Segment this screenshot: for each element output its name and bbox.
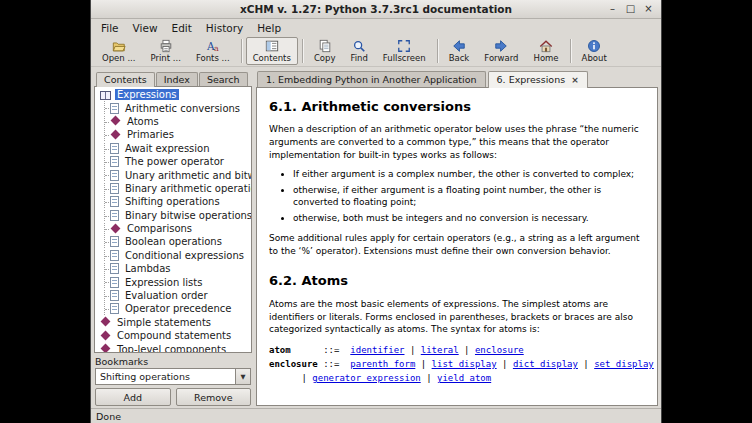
grammar-link[interactable]: list_display	[432, 359, 497, 369]
combobox-dropdown-button[interactable]: ▼	[235, 369, 250, 384]
tree-item[interactable]: Conditional expressions	[97, 249, 251, 262]
tree-item[interactable]: Boolean operations	[97, 235, 251, 248]
copy-button[interactable]: Copy	[307, 37, 343, 65]
tree-item[interactable]: Unary arithmetic and bitwise operations	[97, 168, 251, 181]
about-button[interactable]: About	[575, 37, 614, 65]
tree-item-icon	[110, 143, 119, 154]
close-button[interactable]: ×	[641, 2, 656, 16]
grammar-link[interactable]: dict_display	[513, 359, 578, 369]
tree-item[interactable]: Arithmetic conversions	[97, 101, 251, 114]
grammar-link[interactable]: yield_atom	[437, 373, 491, 383]
tree-item[interactable]: Await expression	[97, 142, 251, 155]
contents-toggle-button[interactable]: Contents	[246, 37, 298, 65]
tree-item[interactable]: Evaluation order	[97, 289, 251, 302]
tree-item[interactable]: Compound statements	[97, 329, 251, 342]
tree-item[interactable]: Shifting operations	[97, 195, 251, 208]
toolbar-separator	[437, 39, 438, 63]
bookmark-combobox[interactable]: Shifting operations ▼	[95, 368, 251, 385]
find-button[interactable]: Find	[343, 37, 374, 65]
menu-item[interactable]: History	[199, 21, 250, 35]
print-button[interactable]: Print ...	[144, 37, 188, 65]
maximize-button[interactable]: □	[623, 2, 638, 16]
tree-item[interactable]: Operator precedence	[97, 302, 251, 315]
tree-item[interactable]: Lambdas	[97, 262, 251, 275]
grammar-text: |	[421, 373, 437, 383]
back-button-label: Back	[449, 53, 470, 63]
tab-search[interactable]: Search	[199, 72, 248, 86]
section-heading-6-2: 6.2. Atoms	[269, 272, 647, 290]
tab-close-icon[interactable]: ×	[571, 75, 579, 85]
document-view: 6.1. Arithmetic conversions When a descr…	[256, 87, 658, 406]
copy-button-label: Copy	[314, 53, 336, 63]
conversion-rules-list: If either argument is a complex number, …	[269, 168, 647, 225]
grammar-text: |	[415, 359, 431, 369]
tab-expressions[interactable]: 6. Expressions ×	[488, 71, 588, 88]
fullscreen-button[interactable]: Fullscreen	[376, 37, 433, 65]
grammar-link[interactable]: set_display	[594, 359, 654, 369]
tab-label: 1. Embedding Python in Another Applicati…	[266, 74, 477, 85]
forward-arrow-icon	[494, 39, 508, 53]
menu-item[interactable]: Help	[250, 21, 288, 35]
svg-text:a: a	[214, 44, 219, 53]
tree-item-label: Simple statements	[115, 317, 213, 328]
tab-contents[interactable]: Contents	[96, 72, 155, 87]
tree-item-label: The power operator	[123, 156, 226, 167]
tree-item-label: Primaries	[125, 129, 176, 140]
grammar-block: atom ::= identifier | literal | enclosur…	[269, 344, 647, 386]
tree-item[interactable]: Atoms	[97, 115, 251, 128]
menu-item[interactable]: Edit	[165, 21, 199, 35]
tree-item-label: Boolean operations	[123, 236, 224, 247]
tree-item[interactable]: Expression lists	[97, 275, 251, 288]
tree-item-icon	[110, 303, 119, 314]
grammar-link[interactable]: identifier	[350, 345, 404, 355]
fullscreen-button-label: Fullscreen	[383, 53, 426, 63]
grammar-text: |	[497, 359, 513, 369]
sidebar: Contents Index Search Expressions Arithm…	[94, 69, 252, 406]
tree-item-icon	[110, 156, 119, 167]
paragraph-arithmetic-intro: When a description of an arithmetic oper…	[269, 123, 647, 161]
section-heading-6-1: 6.1. Arithmetic conversions	[269, 98, 647, 116]
grammar-link[interactable]: generator_expression	[312, 373, 420, 383]
tree-item[interactable]: Expressions	[97, 88, 251, 101]
paragraph-atoms-intro: Atoms are the most basic elements of exp…	[269, 298, 647, 336]
tree-item[interactable]: Comparisons	[97, 222, 251, 235]
grammar-link[interactable]: enclosure	[475, 345, 524, 355]
add-bookmark-button[interactable]: Add	[95, 388, 171, 406]
grammar-link[interactable]: parenth_form	[350, 359, 415, 369]
bookmark-combobox-value: Shifting operations	[96, 369, 235, 384]
tree-item-label: Operator precedence	[123, 303, 233, 314]
home-button[interactable]: Home	[526, 37, 565, 65]
tree-item-icon	[100, 344, 111, 353]
tab-embedding-python[interactable]: 1. Embedding Python in Another Applicati…	[257, 71, 486, 87]
tree-item[interactable]: Primaries	[97, 128, 251, 141]
tree-item-label: Shifting operations	[123, 196, 222, 207]
tree-item[interactable]: Binary arithmetic operations	[97, 182, 251, 195]
tree-item[interactable]: The power operator	[97, 155, 251, 168]
back-button[interactable]: Back	[442, 37, 477, 65]
window-controls: – □ ×	[605, 2, 661, 16]
grammar-line: | generator_expression | yield_atom	[269, 372, 647, 386]
tree-item[interactable]: Binary bitwise operations	[97, 209, 251, 222]
fonts-button[interactable]: Aa Fonts ...	[189, 37, 237, 65]
tree-item-icon	[110, 196, 119, 207]
menu-item[interactable]: View	[126, 21, 165, 35]
tree-item-label: Top-level components	[115, 344, 228, 353]
grammar-text: |	[459, 345, 475, 355]
remove-bookmark-button[interactable]: Remove	[176, 388, 252, 406]
tree-item-label: Comparisons	[125, 223, 194, 234]
grammar-link[interactable]: literal	[421, 345, 459, 355]
grammar-text: |	[404, 345, 420, 355]
menu-item[interactable]: File	[94, 21, 126, 35]
minimize-button[interactable]: –	[605, 2, 620, 16]
contents-button-label: Contents	[253, 53, 291, 63]
tree-item[interactable]: Simple statements	[97, 316, 251, 329]
title-bar: xCHM v. 1.27: Python 3.7.3rc1 documentat…	[91, 0, 661, 19]
tree-item-label: Conditional expressions	[123, 250, 246, 261]
tab-index[interactable]: Index	[156, 72, 198, 86]
toolbar: Open ... Print ... Aa Fonts ... Contents…	[91, 36, 661, 67]
forward-button[interactable]: Forward	[477, 37, 525, 65]
tree-item-icon	[110, 263, 119, 274]
tree-item[interactable]: Top-level components	[97, 342, 251, 353]
open-button[interactable]: Open ...	[95, 37, 143, 65]
tree-item-icon	[110, 223, 121, 234]
